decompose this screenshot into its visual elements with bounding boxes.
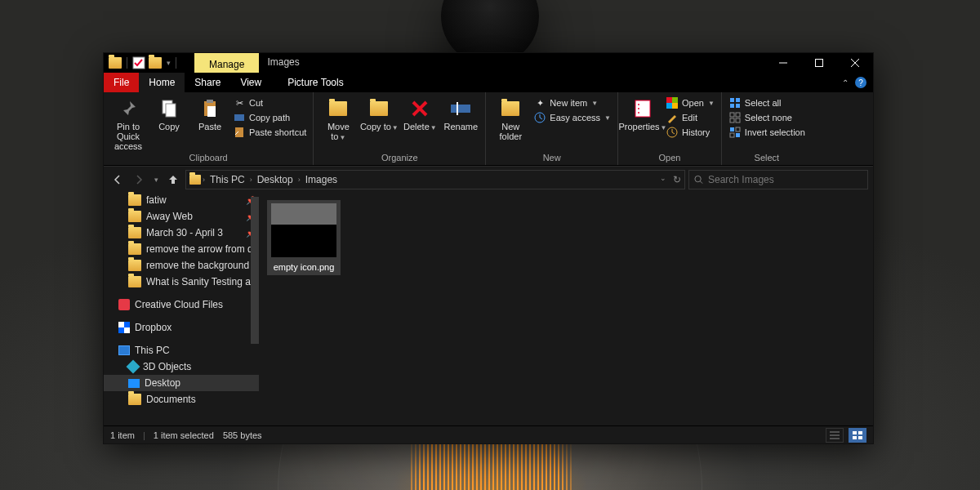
separator — [176, 57, 176, 69]
easy-access-button[interactable]: Easy access▼ — [532, 110, 612, 125]
open-icon — [666, 96, 679, 109]
svg-rect-16 — [666, 97, 672, 103]
explorer-body: fatiw📌Away Web📌March 30 - April 3📌remove… — [104, 192, 873, 425]
address-dropdown-icon[interactable]: ⌄ — [660, 174, 666, 185]
recent-dropdown-icon[interactable]: ▾ — [151, 171, 161, 189]
folder-icon — [189, 175, 201, 185]
open-button[interactable]: Open▼ — [664, 96, 716, 110]
paste-icon — [198, 97, 221, 120]
select-none-button[interactable]: Select none — [727, 110, 807, 125]
forward-button[interactable] — [130, 171, 148, 189]
scrollbar-thumb[interactable] — [251, 197, 259, 344]
group-label-open: Open — [623, 153, 716, 163]
file-item[interactable]: empty icon.png — [267, 200, 341, 275]
details-view-button[interactable] — [826, 428, 844, 443]
svg-rect-26 — [736, 113, 740, 117]
back-button[interactable] — [109, 171, 127, 189]
paste-shortcut-button[interactable]: Paste shortcut — [231, 125, 308, 140]
refresh-icon[interactable]: ↻ — [673, 174, 681, 185]
status-item-count: 1 item — [110, 430, 135, 440]
navigation-pane[interactable]: fatiw📌Away Web📌March 30 - April 3📌remove… — [104, 192, 259, 425]
sidebar-item[interactable]: Documents — [104, 391, 259, 408]
select-all-button[interactable]: Select all — [727, 96, 807, 110]
properties-button[interactable]: Properties▼ — [623, 94, 662, 132]
sidebar-item[interactable]: fatiw📌 — [104, 192, 259, 208]
search-box[interactable] — [688, 170, 868, 189]
tab-view[interactable]: View — [230, 73, 271, 92]
checkbox-icon[interactable] — [132, 56, 145, 69]
svg-rect-12 — [635, 100, 650, 117]
pin-to-quick-access-button[interactable]: Pin to Quick access — [109, 94, 148, 151]
copy-path-button[interactable]: Copy path — [231, 110, 308, 125]
tab-picture-tools[interactable]: Picture Tools — [278, 73, 353, 92]
sidebar-item[interactable]: This PC — [104, 342, 259, 359]
context-tab-manage[interactable]: Manage — [194, 53, 259, 73]
sidebar-item[interactable]: Creative Cloud Files — [104, 296, 259, 313]
sidebar-item[interactable]: remove the arrow from desktop — [104, 241, 259, 257]
svg-rect-6 — [207, 106, 216, 117]
sidebar-item[interactable]: Away Web📌 — [104, 208, 259, 225]
svg-rect-18 — [666, 103, 672, 109]
breadcrumb-desktop[interactable]: Desktop — [254, 174, 296, 185]
window-title: Images — [259, 53, 307, 73]
svg-rect-10 — [457, 102, 458, 115]
svg-point-15 — [638, 112, 639, 114]
new-item-button[interactable]: ✦New item▼ — [532, 96, 612, 110]
delete-icon — [408, 97, 431, 120]
delete-button[interactable]: Delete▼ — [400, 94, 439, 132]
content-pane[interactable]: empty icon.png — [259, 192, 873, 425]
chevron-right-icon[interactable]: › — [298, 176, 301, 184]
tab-file[interactable]: File — [104, 73, 139, 92]
tab-share[interactable]: Share — [185, 73, 230, 92]
close-button[interactable] — [837, 53, 873, 73]
help-icon[interactable]: ? — [855, 77, 866, 88]
status-bar: 1 item | 1 item selected 585 bytes — [104, 425, 873, 443]
folder-icon[interactable] — [149, 57, 162, 69]
qat-dropdown-icon[interactable]: ▾ — [167, 59, 171, 67]
chevron-right-icon[interactable]: › — [203, 176, 205, 184]
sidebar-item[interactable]: remove the background from — [104, 257, 259, 274]
svg-rect-1 — [816, 60, 823, 67]
status-file-size: 585 bytes — [223, 430, 262, 440]
up-button[interactable] — [164, 171, 182, 189]
copy-to-button[interactable]: Copy to▼ — [359, 94, 399, 132]
svg-rect-37 — [858, 436, 862, 439]
maximize-button[interactable] — [801, 53, 837, 73]
sidebar-item[interactable]: Dropbox — [104, 319, 259, 336]
svg-rect-5 — [207, 100, 213, 103]
new-folder-button[interactable]: New folder — [491, 94, 530, 141]
svg-rect-7 — [234, 114, 244, 121]
sidebar-item[interactable]: Desktop — [104, 375, 259, 391]
ribbon: Pin to Quick access Copy Paste ✂Cut Copy… — [104, 92, 873, 166]
cut-button[interactable]: ✂Cut — [231, 96, 308, 110]
svg-rect-24 — [736, 104, 740, 108]
address-bar[interactable]: › This PC › Desktop › Images ⌄ ↻ — [185, 170, 685, 189]
sidebar-item[interactable]: What is Sanity Testing and — [104, 274, 259, 290]
edit-button[interactable]: Edit — [664, 110, 716, 125]
group-label-clipboard: Clipboard — [109, 153, 308, 163]
search-icon — [694, 175, 703, 185]
move-to-button[interactable]: Move to▼ — [318, 94, 358, 142]
collapse-ribbon-icon[interactable]: ⌃ — [835, 78, 855, 87]
chevron-right-icon[interactable]: › — [250, 176, 252, 184]
rename-button[interactable]: Rename — [441, 94, 480, 131]
svg-rect-25 — [730, 113, 734, 117]
properties-icon — [631, 97, 654, 120]
search-input[interactable] — [708, 174, 862, 185]
thumbnails-view-button[interactable] — [849, 428, 866, 443]
minimize-button[interactable] — [765, 53, 801, 73]
tab-home[interactable]: Home — [139, 73, 185, 92]
copy-button[interactable]: Copy — [149, 94, 189, 131]
group-label-select: Select — [727, 153, 807, 163]
paste-button[interactable]: Paste — [190, 94, 229, 131]
invert-selection-icon — [728, 126, 742, 139]
breadcrumb-images[interactable]: Images — [302, 174, 341, 185]
sidebar-item[interactable]: 3D Objects — [104, 359, 259, 375]
history-button[interactable]: History — [664, 125, 716, 140]
svg-rect-34 — [853, 431, 857, 434]
invert-selection-button[interactable]: Invert selection — [727, 125, 807, 140]
copy-to-icon — [368, 97, 390, 120]
sidebar-item[interactable]: March 30 - April 3📌 — [104, 225, 259, 241]
new-folder-icon — [499, 97, 522, 120]
breadcrumb-this-pc[interactable]: This PC — [207, 174, 248, 185]
